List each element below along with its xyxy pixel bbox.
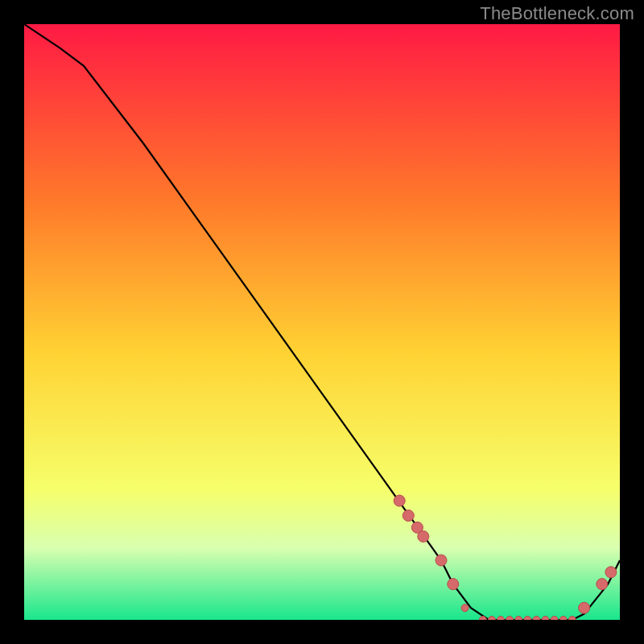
chart-svg	[24, 24, 620, 620]
data-marker	[448, 579, 459, 590]
data-marker	[579, 602, 590, 613]
data-marker	[394, 495, 405, 506]
data-marker	[551, 617, 558, 621]
data-marker	[559, 617, 567, 621]
data-marker	[418, 530, 429, 542]
data-marker	[515, 617, 522, 621]
data-marker	[568, 617, 576, 621]
data-marker	[461, 605, 469, 612]
gradient-background	[24, 24, 620, 620]
data-marker	[506, 617, 514, 621]
data-marker	[542, 617, 549, 621]
data-marker	[533, 617, 540, 621]
data-marker	[479, 617, 486, 621]
plot-area	[24, 24, 620, 620]
data-marker	[597, 579, 608, 590]
data-marker	[524, 617, 531, 621]
data-marker	[497, 617, 505, 621]
data-marker	[402, 510, 414, 522]
data-marker	[436, 555, 447, 566]
data-marker	[488, 617, 495, 621]
chart-frame: TheBottleneck.com	[0, 0, 644, 644]
watermark-text: TheBottleneck.com	[480, 3, 634, 24]
data-marker	[605, 567, 617, 578]
